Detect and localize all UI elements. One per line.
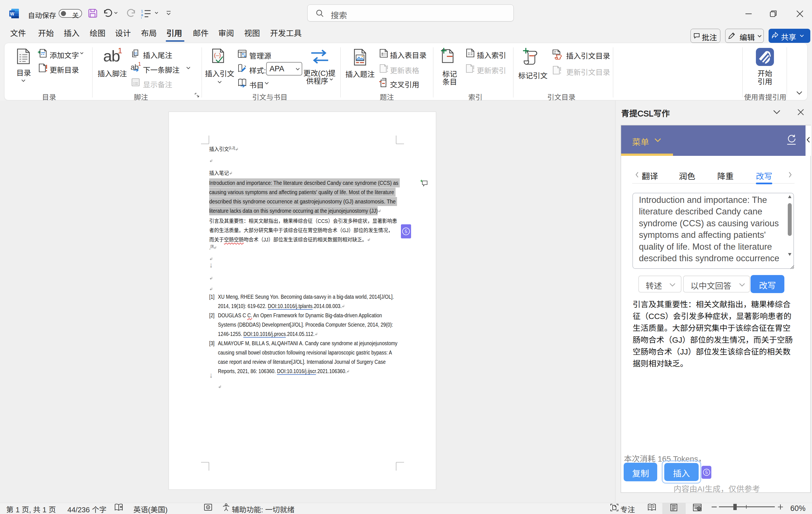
svg-text:5: 5 <box>405 229 407 234</box>
svg-text:i: i <box>141 16 142 19</box>
svg-text:(–): (–) <box>214 52 221 58</box>
svg-text:5: 5 <box>705 470 708 475</box>
svg-text:W: W <box>10 11 14 16</box>
svg-text:[i]: [i] <box>134 51 137 55</box>
